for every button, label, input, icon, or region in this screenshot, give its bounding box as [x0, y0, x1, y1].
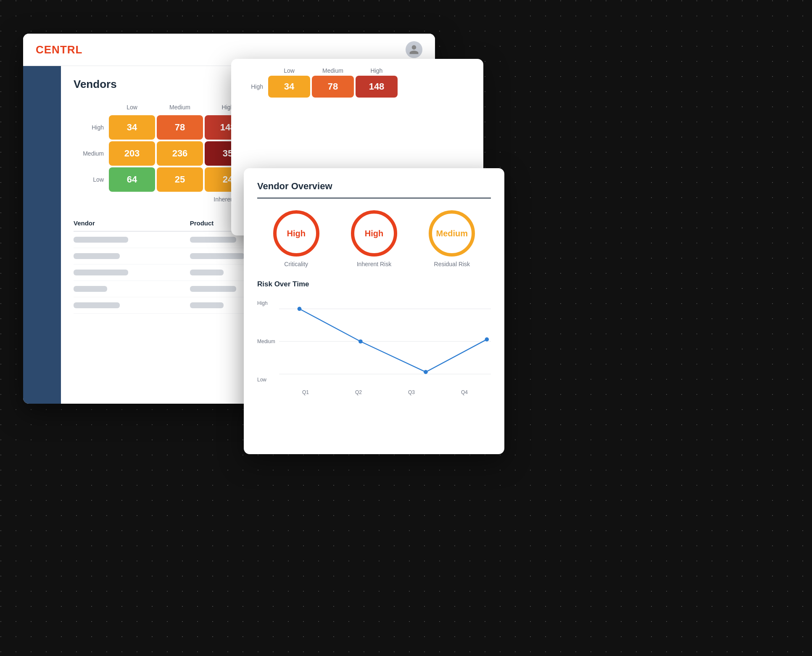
- skeleton-cell: [74, 253, 120, 259]
- inherent-risk-circle: High: [351, 210, 397, 257]
- app-logo: CENTRL: [36, 43, 82, 56]
- matrix-cell-high-medium: 78: [157, 115, 203, 140]
- risk-chart-svg: [279, 295, 491, 388]
- x-label-q4: Q4: [461, 389, 468, 395]
- skeleton-cell: [190, 302, 224, 308]
- x-label-q3: Q3: [408, 389, 415, 395]
- matrix-cell-medium-medium: 236: [157, 141, 203, 166]
- residual-risk-circle: Medium: [429, 210, 475, 257]
- chart-dot-q4: [485, 337, 489, 341]
- second-col-low: Low: [268, 67, 310, 74]
- matrix-col-low: Low: [109, 101, 155, 114]
- residual-risk-value: Medium: [436, 229, 468, 238]
- matrix-corner: [78, 101, 107, 114]
- skeleton-cell: [74, 302, 120, 308]
- risk-over-time-title: Risk Over Time: [257, 280, 491, 288]
- skeleton-cell: [190, 270, 224, 275]
- chart-dot-q2: [359, 339, 363, 344]
- inherent-risk-circle-item: High Inherent Risk: [351, 210, 397, 267]
- overview-title: Vendor Overview: [257, 181, 491, 198]
- skeleton-cell: [190, 237, 236, 243]
- matrix-cell-low-low: 64: [109, 167, 155, 192]
- skeleton-cell: [190, 253, 245, 259]
- inherent-risk-label: Inherent Risk: [357, 261, 391, 267]
- risk-chart-container: High Medium Low: [257, 295, 491, 405]
- second-row-high: High: [241, 83, 266, 90]
- second-cell-high-high: 148: [356, 76, 398, 98]
- criticality-label: Criticality: [284, 261, 308, 267]
- matrix-col-medium: Medium: [157, 101, 203, 114]
- x-label-q2: Q2: [355, 389, 362, 395]
- criticality-circle: High: [273, 210, 319, 257]
- inherent-risk-value: High: [365, 229, 383, 238]
- matrix-row-label-low: Low: [78, 167, 107, 192]
- y-label-high: High: [257, 300, 275, 306]
- user-avatar[interactable]: [406, 41, 422, 58]
- skeleton-cell: [74, 270, 128, 275]
- y-label-low: Low: [257, 377, 275, 383]
- chart-dot-q3: [424, 370, 428, 374]
- matrix-cell-low-medium: 25: [157, 167, 203, 192]
- skeleton-cell: [190, 286, 236, 292]
- chart-dot-q1: [298, 307, 302, 311]
- sidebar: [23, 66, 61, 404]
- skeleton-cell: [74, 237, 128, 243]
- residual-risk-circle-item: Medium Residual Risk: [429, 210, 475, 267]
- criticality-value: High: [287, 229, 305, 238]
- residual-risk-label: Residual Risk: [434, 261, 470, 267]
- second-col-medium: Medium: [312, 67, 354, 74]
- second-col-high: High: [356, 67, 398, 74]
- skeleton-cell: [74, 286, 107, 292]
- matrix-row-label-high: High: [78, 115, 107, 140]
- criticality-circle-item: High Criticality: [273, 210, 319, 267]
- matrix-cell-high-low: 34: [109, 115, 155, 140]
- y-label-medium: Medium: [257, 339, 275, 344]
- risk-line: [299, 309, 487, 372]
- x-label-q1: Q1: [302, 389, 309, 395]
- second-cell-high-low: 34: [268, 76, 310, 98]
- matrix-row-label-medium: Medium: [78, 141, 107, 166]
- col-header-vendor: Vendor: [74, 215, 190, 231]
- risk-circles-container: High Criticality High Inherent Risk Medi…: [257, 210, 491, 267]
- second-cell-high-medium: 78: [312, 76, 354, 98]
- matrix-cell-medium-low: 203: [109, 141, 155, 166]
- vendor-overview-card: Vendor Overview High Criticality High In…: [244, 168, 504, 454]
